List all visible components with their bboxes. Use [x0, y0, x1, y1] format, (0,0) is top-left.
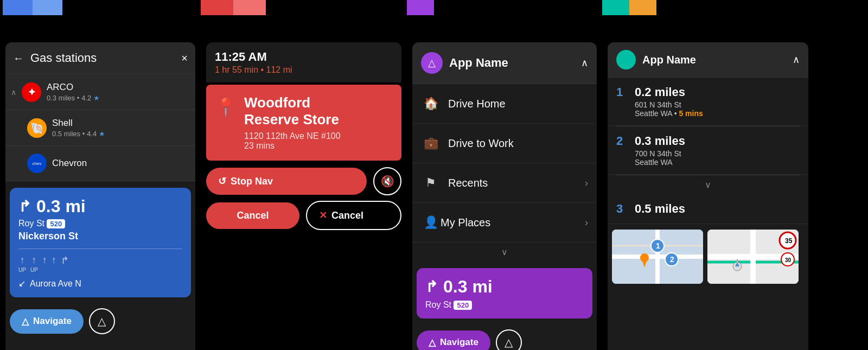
- panel4-app-name: App Name: [642, 54, 696, 66]
- station-list: ∧ ✦ ARCO 0.3 miles • 4.2 ★ 🐚 Shell: [5, 74, 195, 181]
- purple-nav-card: ↱ 0.3 mi Roy St 520: [417, 268, 592, 319]
- turn-item-1: 1 0.2 miles 601 N 34th St Seattle WA • 5…: [608, 78, 808, 126]
- app-menu-panel: △ App Name ∧ 🏠 Drive Home 💼 Drive to Wor…: [412, 42, 597, 350]
- navigate-button[interactable]: △ Navigate: [10, 309, 84, 334]
- turn-number-1: 1: [616, 85, 629, 99]
- menu-item-recents[interactable]: ⚑ Recents ›: [412, 163, 597, 203]
- action-row-1: ↺ Stop Nav 🔇: [206, 167, 401, 195]
- teal-app-icon: [616, 50, 636, 69]
- drive-home-label: Drive Home: [448, 98, 588, 110]
- turn-list-scroll-down[interactable]: ∨: [608, 175, 808, 194]
- cancel-label-1: Cancel: [237, 210, 269, 221]
- panel4-collapse-button[interactable]: ∧: [793, 54, 800, 66]
- nav-distance-value: 0.3 mi: [36, 196, 86, 217]
- my-places-label: My Places: [441, 217, 585, 229]
- svg-text:2: 2: [670, 255, 674, 264]
- app-nav-icon: △: [428, 57, 436, 69]
- shell-rating: 4.4: [87, 130, 97, 138]
- collapse-icon: ∧: [11, 88, 16, 97]
- close-button[interactable]: ×: [181, 52, 188, 65]
- shell-logo: 🐚: [27, 118, 47, 138]
- turn-by-turn-panel: App Name ∧ 1 0.2 miles 601 N 34th St Sea…: [608, 42, 808, 350]
- turn-number-3: 3: [616, 202, 629, 216]
- turn-addr-2: 700 N 34th St: [635, 149, 800, 158]
- action-row-2: Cancel ✕ Cancel: [206, 201, 401, 230]
- turn-item-2: 2 0.3 miles 700 N 34th St Seattle WA: [608, 126, 808, 175]
- purple-compass-button[interactable]: △: [496, 329, 522, 350]
- svg-text:1: 1: [656, 241, 660, 250]
- next-turn-row: ↙ Aurora Ave N: [18, 278, 182, 289]
- drive-work-label: Drive to Work: [448, 137, 588, 150]
- app-name-label: App Name: [449, 56, 508, 70]
- cancel-button-2[interactable]: ✕ Cancel: [306, 201, 401, 230]
- turn-city-2: Seattle WA: [635, 158, 800, 167]
- compass-button[interactable]: △: [89, 308, 115, 334]
- lane-arrow-up1: ↑: [20, 254, 24, 266]
- active-nav-panel: 11:25 AM 1 hr 55 min • 112 mi 📍 Woodford…: [206, 42, 401, 276]
- destination-name: WoodfordReserve Store: [244, 94, 341, 128]
- shell-meta: 0.5 miles • 4.4 ★: [52, 130, 190, 138]
- red-strip-1: [201, 0, 233, 15]
- destination-pin-icon: 📍: [215, 97, 237, 117]
- chevron-logo: chev: [27, 154, 47, 173]
- menu-item-drive-home[interactable]: 🏠 Drive Home: [412, 84, 597, 124]
- purple-distance-value: 0.3 mi: [443, 277, 493, 297]
- purple-turn-arrow: ↱: [425, 278, 438, 296]
- map-thumbnail-2[interactable]: 35 30: [707, 230, 799, 284]
- lane-up1: ↑ UP: [18, 254, 26, 273]
- shell-name: Shell: [52, 118, 190, 129]
- purple-navigate-button[interactable]: △ Navigate: [417, 330, 490, 351]
- turn-list: 1 0.2 miles 601 N 34th St Seattle WA • 5…: [608, 78, 808, 224]
- turn-time-1: 5 mins: [679, 109, 703, 118]
- stop-nav-button[interactable]: ↺ Stop Nav: [206, 168, 367, 195]
- purple-navigate-icon: △: [429, 337, 436, 348]
- chevron-name: Chevron: [52, 158, 190, 169]
- arco-rating: 4.2: [81, 94, 91, 102]
- turn-addr-1: 601 N 34th St: [635, 100, 800, 109]
- menu-items-list: 🏠 Drive Home 💼 Drive to Work ⚑ Recents ›…: [412, 84, 597, 243]
- svg-text:35: 35: [785, 237, 793, 245]
- recents-label: Recents: [448, 177, 577, 189]
- current-time: 11:25 AM: [215, 50, 393, 64]
- turn-details-1: 0.2 miles 601 N 34th St Seattle WA • 5 m…: [635, 85, 800, 118]
- teal-strip: [602, 0, 629, 15]
- station-item-chevron[interactable]: chev Chevron: [5, 146, 195, 181]
- menu-item-drive-work[interactable]: 💼 Drive to Work: [412, 124, 597, 163]
- home-icon: 🏠: [421, 94, 441, 113]
- nav-street2: Nickerson St: [18, 231, 182, 242]
- menu-item-my-places[interactable]: 👤 My Places ›: [412, 203, 597, 243]
- shell-distance: 0.5 miles •: [52, 130, 85, 138]
- turn-arrow-icon: ↱: [18, 198, 31, 215]
- arco-distance: 0.3 miles •: [47, 94, 79, 102]
- navigate-label: Navigate: [33, 316, 72, 327]
- recents-icon: ⚑: [421, 173, 441, 193]
- menu-scroll-down[interactable]: ∨: [412, 243, 597, 262]
- lane-arrow-s2: ↑: [52, 254, 56, 266]
- purple-street: Roy St 520: [425, 300, 584, 310]
- svg-point-9: [640, 253, 649, 262]
- lane-label-up1: UP: [18, 267, 26, 273]
- lane-arrow-s1: ↑: [42, 254, 47, 266]
- panel4-header: App Name ∧: [608, 42, 808, 78]
- cancel-button-1[interactable]: Cancel: [206, 202, 299, 229]
- blue-strip-2: [33, 0, 62, 15]
- arco-meta: 0.3 miles • 4.2 ★: [47, 94, 190, 102]
- menu-collapse-button[interactable]: ∧: [581, 57, 588, 69]
- shell-info: Shell 0.5 miles • 4.4 ★: [52, 118, 190, 138]
- destination-details: WoodfordReserve Store 1120 112th Ave NE …: [244, 94, 341, 151]
- map-svg-2: 35 30: [707, 230, 799, 284]
- purple-navigate-label: Navigate: [440, 337, 478, 348]
- gas-stations-header: ← Gas stations ×: [5, 42, 195, 74]
- route-badge: 520: [47, 219, 65, 228]
- station-item-shell[interactable]: 🐚 Shell 0.5 miles • 4.4 ★: [5, 110, 195, 146]
- back-button[interactable]: ←: [13, 52, 24, 65]
- lane-arrow-up2: ↑: [31, 254, 36, 266]
- time-bar: 11:25 AM 1 hr 55 min • 112 mi: [206, 42, 401, 82]
- turn-details-3: 0.5 miles: [635, 202, 800, 216]
- map-thumbnail-1[interactable]: 1 2: [612, 230, 703, 284]
- station-item-arco[interactable]: ∧ ✦ ARCO 0.3 miles • 4.2 ★: [5, 74, 195, 110]
- work-icon: 💼: [421, 133, 441, 153]
- red-strip-2: [233, 0, 266, 15]
- mute-button[interactable]: 🔇: [373, 167, 401, 195]
- destination-address: 1120 112th Ave NE #100: [244, 131, 341, 141]
